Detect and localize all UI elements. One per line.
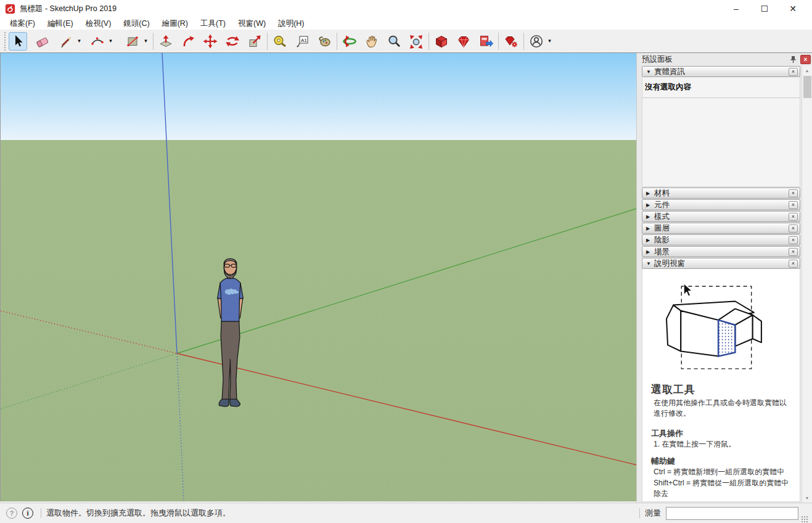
extension-warehouse-button[interactable] bbox=[454, 32, 473, 51]
orbit-tool-button[interactable] bbox=[340, 32, 359, 51]
instructor-mod-line1: Ctrl = 將實體新增到一組所選取的實體中 bbox=[654, 467, 792, 477]
menu-draw[interactable]: 繪圖(R) bbox=[156, 17, 194, 30]
menu-camera[interactable]: 鏡頭(C) bbox=[117, 17, 155, 30]
paint-bucket-icon bbox=[317, 34, 332, 49]
panel-scrollbar[interactable]: ▲ ▼ bbox=[802, 65, 812, 503]
tape-measure-tool-button[interactable] bbox=[271, 32, 289, 51]
orbit-icon bbox=[342, 34, 357, 49]
move-tool-button[interactable] bbox=[201, 32, 219, 51]
section-entity-info[interactable]: ▼ 實體資訊 × bbox=[642, 66, 800, 77]
scroll-down-icon[interactable]: ▼ bbox=[802, 493, 812, 503]
section-close-button[interactable]: × bbox=[789, 68, 798, 76]
geolocation-status-icon[interactable]: ? bbox=[6, 508, 17, 519]
svg-text:A1: A1 bbox=[301, 37, 307, 43]
menu-view[interactable]: 檢視(V) bbox=[80, 17, 118, 30]
claim-info-icon[interactable]: i bbox=[22, 508, 33, 519]
section-close-button[interactable]: × bbox=[789, 224, 798, 233]
push-pull-icon bbox=[158, 34, 173, 49]
tray-title: 預設面板 bbox=[642, 54, 788, 65]
section-close-button[interactable]: × bbox=[789, 260, 798, 268]
collapsed-arrow-icon: ▶ bbox=[646, 202, 654, 208]
entity-info-empty-message: 沒有選取內容 bbox=[642, 77, 800, 98]
entity-info-body: 沒有選取內容 bbox=[642, 77, 800, 187]
section-close-button[interactable]: × bbox=[789, 236, 798, 244]
scrollbar-thumb[interactable] bbox=[803, 76, 811, 98]
account-dropdown[interactable]: ▼ bbox=[546, 32, 554, 51]
rectangle-tool-button[interactable] bbox=[123, 32, 142, 51]
zoom-extents-icon bbox=[409, 34, 424, 49]
eraser-tool-button[interactable] bbox=[33, 32, 52, 51]
expanded-arrow-icon: ▼ bbox=[646, 69, 654, 75]
section-close-button[interactable]: × bbox=[789, 189, 798, 197]
select-tool-button[interactable] bbox=[9, 32, 27, 51]
section-styles[interactable]: ▶ 樣式 × bbox=[642, 211, 800, 222]
extension-manager-icon bbox=[504, 34, 519, 49]
pan-tool-button[interactable] bbox=[363, 32, 381, 51]
section-scenes[interactable]: ▶ 場景 × bbox=[642, 246, 800, 257]
select-tool-house-illustration bbox=[654, 276, 780, 375]
pencil-icon bbox=[59, 34, 73, 49]
scale-tool-button[interactable] bbox=[245, 32, 264, 51]
3d-warehouse-button[interactable] bbox=[432, 32, 451, 51]
toolbar: ▼ ▼ ▼ bbox=[0, 30, 812, 53]
rotate-icon bbox=[225, 34, 240, 49]
zoom-tool-button[interactable] bbox=[385, 32, 403, 51]
section-components[interactable]: ▶ 元件 × bbox=[642, 199, 800, 210]
toolbar-separator bbox=[498, 33, 499, 50]
tray-close-button[interactable]: × bbox=[800, 55, 811, 64]
scale-figure-person[interactable] bbox=[201, 257, 256, 413]
arc-tool-dropdown[interactable]: ▼ bbox=[107, 32, 115, 51]
tray-header: 預設面板 × bbox=[637, 53, 812, 65]
minimize-button[interactable]: – bbox=[722, 0, 750, 17]
line-tool-button[interactable] bbox=[57, 32, 75, 51]
instructor-ops-heading: 工具操作 bbox=[651, 428, 792, 439]
maximize-button[interactable]: ☐ bbox=[750, 0, 779, 17]
instructor-title: 選取工具 bbox=[651, 382, 792, 397]
zoom-icon bbox=[387, 34, 401, 49]
arc-icon bbox=[90, 34, 105, 49]
extension-manager-button[interactable] bbox=[502, 32, 520, 51]
drawing-viewport[interactable] bbox=[0, 53, 636, 501]
section-shadows[interactable]: ▶ 陰影 × bbox=[642, 234, 800, 245]
measurements-input[interactable] bbox=[666, 507, 798, 520]
extension-warehouse-icon bbox=[456, 34, 471, 49]
scroll-up-icon[interactable]: ▲ bbox=[802, 65, 812, 75]
account-button[interactable] bbox=[527, 32, 546, 51]
arc-tool-button[interactable] bbox=[88, 32, 107, 51]
menu-edit[interactable]: 編輯(E) bbox=[41, 17, 80, 30]
follow-me-tool-button[interactable] bbox=[179, 32, 197, 51]
section-close-button[interactable]: × bbox=[789, 213, 798, 221]
section-instructor[interactable]: ▼ 說明視窗 × bbox=[642, 258, 800, 269]
section-materials[interactable]: ▶ 材料 × bbox=[642, 187, 800, 199]
collapsed-arrow-icon: ▶ bbox=[646, 191, 654, 196]
rectangle-tool-dropdown[interactable]: ▼ bbox=[142, 32, 150, 51]
section-layers[interactable]: ▶ 圖層 × bbox=[642, 223, 800, 234]
line-tool-dropdown[interactable]: ▼ bbox=[75, 32, 83, 51]
menu-help[interactable]: 說明(H) bbox=[272, 17, 310, 30]
menu-window[interactable]: 視窗(W) bbox=[232, 17, 272, 30]
window-resize-grip[interactable] bbox=[801, 516, 808, 523]
text-tool-button[interactable]: A1 bbox=[293, 32, 311, 51]
statusbar-separator bbox=[639, 508, 640, 518]
toolbar-drag-handle[interactable] bbox=[3, 32, 7, 51]
send-to-layout-button[interactable] bbox=[477, 32, 495, 51]
paint-bucket-tool-button[interactable] bbox=[315, 32, 334, 51]
account-icon bbox=[529, 34, 544, 49]
status-message: 選取物件。切換到擴充選取。拖曳滑鼠以選取多項。 bbox=[46, 508, 231, 519]
menu-file[interactable]: 檔案(F) bbox=[4, 17, 41, 30]
rotate-tool-button[interactable] bbox=[223, 32, 242, 51]
push-pull-tool-button[interactable] bbox=[157, 32, 175, 51]
menu-tools[interactable]: 工具(T) bbox=[194, 17, 232, 30]
close-button[interactable]: ✕ bbox=[779, 0, 807, 17]
pin-icon[interactable] bbox=[788, 55, 798, 64]
status-bar: ? i 選取物件。切換到擴充選取。拖曳滑鼠以選取多項。 測量 bbox=[0, 503, 812, 523]
collapsed-arrow-icon: ▶ bbox=[646, 249, 654, 255]
section-close-button[interactable]: × bbox=[789, 201, 798, 209]
select-arrow-icon bbox=[10, 34, 25, 49]
statusbar-separator bbox=[41, 508, 41, 518]
collapsed-arrow-icon: ▶ bbox=[646, 226, 654, 231]
instructor-body: 選取工具 在使用其他操作工具或命令時選取實體以進行修改。 工具操作 1. 在實體… bbox=[642, 269, 800, 502]
zoom-extents-tool-button[interactable] bbox=[407, 32, 425, 51]
rectangle-icon bbox=[125, 34, 140, 49]
section-close-button[interactable]: × bbox=[789, 248, 798, 256]
